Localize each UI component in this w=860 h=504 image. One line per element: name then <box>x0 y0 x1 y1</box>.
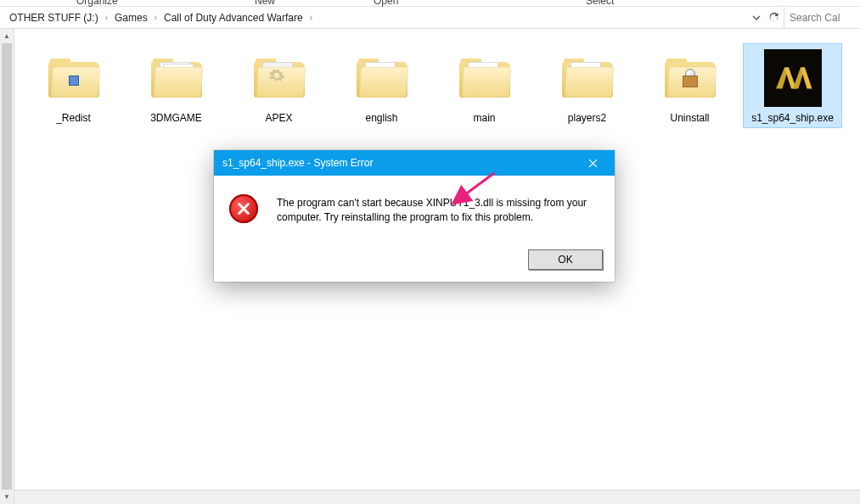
file-label: s1_sp64_ship.exe <box>751 112 834 124</box>
folder-item[interactable]: players2 <box>538 44 636 127</box>
error-icon <box>229 194 263 226</box>
address-bar: OTHER STUFF (J:) › Games › Call of Duty … <box>0 7 860 29</box>
breadcrumb-item[interactable]: OTHER STUFF (J:) <box>4 12 104 24</box>
horizontal-scrollbar[interactable] <box>14 490 860 504</box>
folder-icon <box>249 48 310 109</box>
ribbon-label: Open <box>374 0 398 7</box>
breadcrumb-item[interactable]: Call of Duty Advanced Warfare <box>159 12 308 24</box>
folder-icon <box>146 48 207 109</box>
folder-icon <box>454 48 515 109</box>
gear-icon <box>268 67 285 86</box>
file-label: players2 <box>568 112 606 124</box>
search-placeholder: Search Cal <box>790 12 840 24</box>
scrollbar-thumb[interactable] <box>2 43 12 490</box>
scroll-up-icon[interactable]: ▲ <box>0 29 14 43</box>
dropdown-icon[interactable] <box>750 11 763 25</box>
folder-item[interactable]: APEX <box>230 44 328 127</box>
app-icon <box>762 48 823 109</box>
uninstall-icon <box>683 69 698 87</box>
vertical-scrollbar[interactable]: ▲ ▼ <box>0 29 14 504</box>
icon-grid: _Redist 3DMGAME <box>14 29 860 143</box>
search-input[interactable]: Search Cal <box>784 7 860 28</box>
ribbon-label: Select <box>586 0 614 7</box>
file-label: main <box>473 112 495 124</box>
folder-icon <box>557 48 618 109</box>
file-label: _Redist <box>56 112 91 124</box>
chevron-right-icon: › <box>308 13 314 22</box>
file-label: APEX <box>265 112 292 124</box>
refresh-icon[interactable] <box>767 11 780 25</box>
folder-icon <box>351 48 413 109</box>
ribbon-label: New <box>255 0 275 7</box>
close-icon <box>588 159 598 168</box>
folder-icon <box>43 48 104 109</box>
dialog-message: The program can't start because XINPUT1_… <box>277 194 599 226</box>
error-dialog: s1_sp64_ship.exe - System Error The prog… <box>214 150 615 282</box>
chevron-right-icon: › <box>153 13 159 22</box>
chevron-right-icon: › <box>104 13 110 22</box>
exe-item[interactable]: s1_sp64_ship.exe <box>744 44 841 127</box>
ok-button[interactable]: OK <box>528 249 603 270</box>
dialog-titlebar[interactable]: s1_sp64_ship.exe - System Error <box>214 150 615 176</box>
folder-item[interactable]: Uninstall <box>641 44 739 127</box>
dialog-title: s1_sp64_ship.exe - System Error <box>222 157 373 169</box>
folder-item[interactable]: _Redist <box>25 44 122 127</box>
scrollbar-track[interactable] <box>0 43 14 490</box>
scroll-down-icon[interactable]: ▼ <box>0 490 14 504</box>
ribbon-label: Organize <box>76 0 118 7</box>
file-label: english <box>365 112 397 124</box>
breadcrumb[interactable]: OTHER STUFF (J:) › Games › Call of Duty … <box>0 7 784 28</box>
ribbon-clipped: Organize New Open Select <box>0 0 860 7</box>
file-label: 3DMGAME <box>150 112 202 124</box>
close-button[interactable] <box>576 154 610 172</box>
folder-item[interactable]: 3DMGAME <box>127 44 225 127</box>
file-label: Uninstall <box>670 112 709 124</box>
folder-item[interactable]: main <box>436 44 533 127</box>
folder-item[interactable]: english <box>333 44 430 127</box>
folder-icon <box>660 48 721 109</box>
breadcrumb-item[interactable]: Games <box>110 12 153 24</box>
